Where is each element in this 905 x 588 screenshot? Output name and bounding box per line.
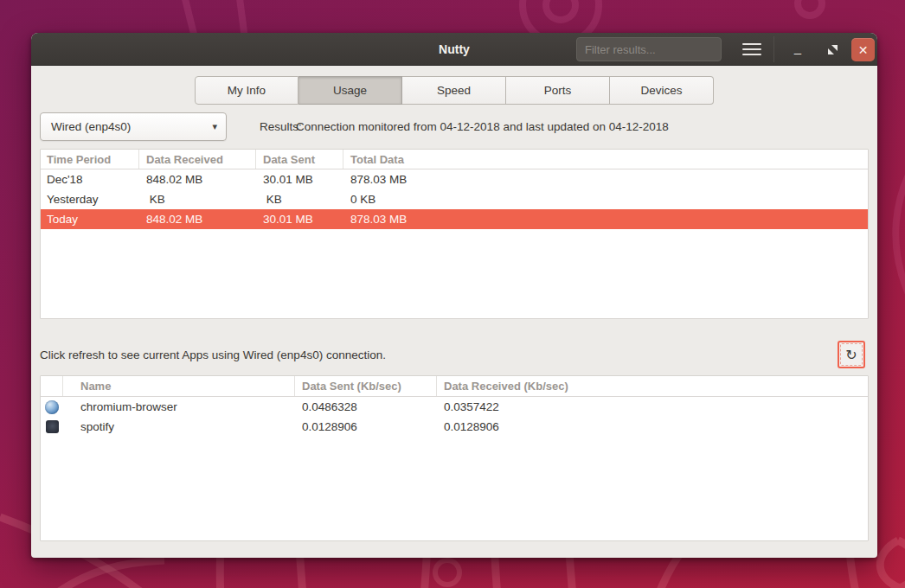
tab-switcher: My Info Usage Speed Ports Devices [195,76,714,105]
results-text: Connection monitored from 04-12-2018 and… [296,112,669,141]
column-header-total-data[interactable]: Total Data [343,150,868,169]
cell-total-data: 878.03 MB [343,209,868,229]
tab-my-info[interactable]: My Info [195,76,298,105]
hamburger-icon [742,43,761,45]
apps-table: Name Data Sent (Kb/sec) Data Received (K… [40,375,869,541]
interface-dropdown[interactable]: Wired (enp4s0) ▾ [40,112,227,141]
tab-ports[interactable]: Ports [506,76,610,105]
filter-input[interactable] [576,37,722,61]
chevron-down-icon: ▾ [212,121,217,132]
refresh-button[interactable]: ↻ [838,341,865,368]
cell-app-name: spotify [63,417,295,437]
cell-app-data-sent: 0.0128906 [295,417,437,437]
restore-button[interactable] [815,36,850,62]
table-row-today-selected[interactable]: Today 848.02 MB 30.01 MB 878.03 MB [41,209,868,229]
titlebar-separator [773,36,774,62]
refresh-hint-text: Click refresh to see current Apps using … [40,336,386,374]
column-header-app-data-received[interactable]: Data Received (Kb/sec) [437,376,868,396]
cell-data-received: KB [139,189,256,209]
column-header-data-sent[interactable]: Data Sent [256,150,343,169]
usage-table-header: Time Period Data Received Data Sent Tota… [41,150,868,169]
cell-total-data: 878.03 MB [343,169,868,189]
spotify-icon [46,420,59,433]
cell-time-period: Dec'18 [41,169,139,189]
column-header-name[interactable]: Name [63,376,295,396]
column-header-data-received[interactable]: Data Received [139,150,256,169]
hamburger-menu-button[interactable] [735,39,769,60]
refresh-icon: ↻ [845,347,857,363]
cell-app-data-sent: 0.0486328 [295,397,437,417]
chromium-icon [45,400,59,414]
cell-data-received: 848.02 MB [139,169,256,189]
cell-total-data: 0 KB [343,189,868,209]
column-header-app-icon[interactable] [41,376,63,396]
nutty-window: Nutty – ✕ My Info Usage Speed Ports Devi… [31,33,877,558]
cell-app-data-received: 0.0128906 [437,417,868,437]
usage-table: Time Period Data Received Data Sent Tota… [40,149,869,319]
cell-app-name: chromium-browser [63,397,295,417]
restore-window-icon [828,45,838,54]
cell-time-period: Yesterday [41,189,139,209]
tab-usage[interactable]: Usage [298,76,402,105]
cell-data-sent: KB [256,189,343,209]
minimize-button[interactable]: – [780,36,815,62]
interface-dropdown-value: Wired (enp4s0) [51,120,131,133]
table-row-dec18[interactable]: Dec'18 848.02 MB 30.01 MB 878.03 MB [41,169,868,189]
column-header-time-period[interactable]: Time Period [41,150,139,169]
cell-data-sent: 30.01 MB [256,209,343,229]
titlebar[interactable]: Nutty – ✕ [31,33,877,66]
cell-app-data-received: 0.0357422 [437,397,868,417]
close-button[interactable]: ✕ [851,38,875,61]
cell-data-sent: 30.01 MB [256,169,343,189]
tab-speed[interactable]: Speed [402,76,506,105]
tab-devices[interactable]: Devices [610,76,714,105]
table-row-yesterday[interactable]: Yesterday KB KB 0 KB [41,189,868,209]
table-row-spotify[interactable]: spotify 0.0128906 0.0128906 [41,417,868,437]
close-icon: ✕ [858,43,869,57]
minimize-icon: – [794,50,801,55]
column-header-app-data-sent[interactable]: Data Sent (Kb/sec) [295,376,437,396]
cell-data-received: 848.02 MB [139,209,256,229]
table-row-chromium[interactable]: chromium-browser 0.0486328 0.0357422 [41,397,868,417]
cell-time-period: Today [41,209,139,229]
apps-table-header: Name Data Sent (Kb/sec) Data Received (K… [41,376,868,397]
